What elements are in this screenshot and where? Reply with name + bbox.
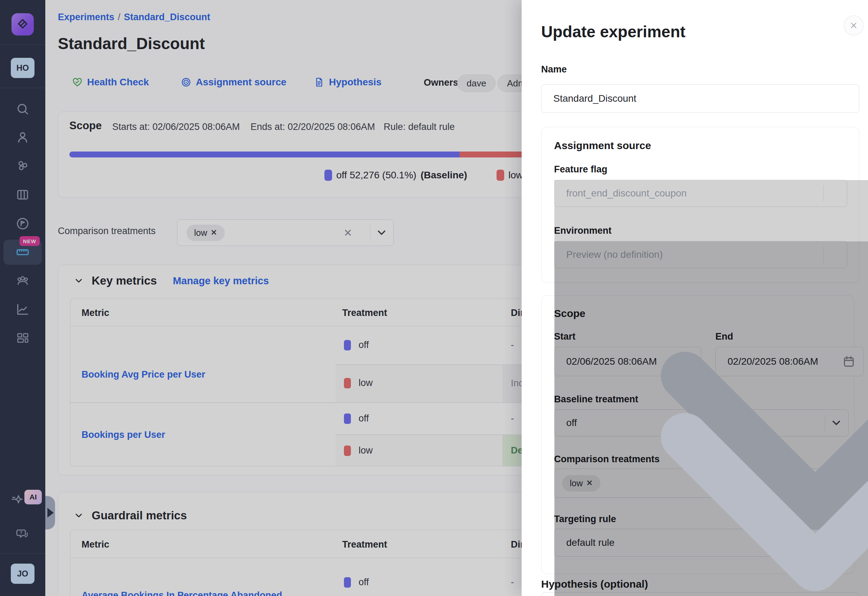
treatment-swatch-low (344, 446, 351, 456)
assignment-source-heading: Assignment source (554, 140, 651, 152)
name-input[interactable]: Standard_Discount (541, 84, 859, 113)
hypothesis-optional-label: Hypothesis (optional) (541, 578, 648, 590)
close-button[interactable] (844, 15, 864, 35)
legend-off-label: off 52,276 (50.1%) (336, 170, 416, 181)
feature-flag-icon[interactable] (15, 216, 30, 231)
breadcrumb-experiments[interactable]: Experiments (58, 12, 114, 22)
experiments-ruler-icon[interactable] (15, 245, 30, 260)
calendar-icon[interactable] (842, 355, 856, 369)
document-icon (314, 77, 325, 88)
chip-remove-icon[interactable]: ✕ (211, 228, 217, 237)
assignment-source-link[interactable]: Assignment source (180, 77, 286, 88)
treatment-chip-low[interactable]: low ✕ (562, 475, 600, 491)
treatment-swatch-off (344, 413, 351, 424)
chevron-down-icon[interactable] (375, 226, 388, 239)
collapse-chevron-icon[interactable] (74, 276, 84, 286)
metric-link-booking-avg-price[interactable]: Booking Avg Price per User (81, 369, 205, 380)
table-header: Metric Treatment Direction (70, 530, 558, 558)
manage-key-metrics-link[interactable]: Manage key metrics (173, 275, 269, 287)
comparison-treatments-select[interactable]: low ✕ ✕ (177, 220, 394, 246)
end-date-input[interactable]: 02/20/2025 08:06AM (715, 347, 864, 376)
chip-remove-icon[interactable]: ✕ (586, 479, 593, 488)
targeting-rule-select[interactable]: default rule (554, 529, 849, 557)
select-divider (824, 246, 824, 263)
treatment-row-off: off (344, 413, 369, 424)
health-heart-icon (72, 77, 83, 88)
treatment-row-off: off (344, 339, 369, 350)
treatment-chip-low[interactable]: low ✕ (186, 225, 225, 241)
metric-link-bookings-per-user[interactable]: Bookings per User (81, 429, 165, 440)
columns-icon[interactable] (15, 187, 30, 202)
environment-select[interactable]: Preview (no definition) (554, 241, 847, 268)
metric-link-guardrail[interactable]: Average Bookings In Percentage Abandoned (81, 590, 282, 596)
sidebar-divider (0, 88, 45, 88)
start-date-value: 02/06/2025 08:06AM (566, 356, 657, 367)
segments-hexagons-icon[interactable] (15, 159, 30, 174)
owners-label: Owners: (424, 77, 461, 88)
key-metrics-table: Metric Treatment Direction Inconclusive … (70, 298, 558, 466)
chevron-down-icon[interactable] (830, 417, 843, 429)
search-icon[interactable] (15, 102, 30, 117)
user-avatar[interactable]: JO (11, 564, 34, 584)
dashboards-grid-icon[interactable] (15, 331, 30, 345)
org-switcher[interactable]: HO (11, 58, 34, 78)
treatment-row-off: off (344, 577, 369, 588)
sidebar-divider (0, 553, 45, 553)
scope-card-title: Scope (69, 119, 102, 132)
close-icon (849, 21, 858, 30)
name-label: Name (541, 64, 567, 75)
app-logo[interactable] (12, 13, 34, 35)
health-check-link[interactable]: Health Check (72, 77, 149, 88)
chevron-down-icon[interactable] (830, 536, 843, 549)
metrics-chart-icon[interactable] (15, 302, 30, 317)
ai-badge[interactable]: AI (24, 490, 42, 505)
select-divider (825, 474, 825, 492)
guardrail-metrics-title: Guardrail metrics (92, 509, 187, 522)
help-chat-icon[interactable]: ? (15, 527, 30, 541)
select-divider (825, 534, 825, 551)
feature-flag-select[interactable]: front_end_discount_coupon (554, 180, 847, 207)
update-experiment-drawer: Update experiment Name Standard_Discount… (522, 0, 868, 596)
treatment-split-bar (69, 152, 592, 158)
end-label: End (715, 331, 733, 342)
target-icon (180, 77, 192, 88)
key-metrics-title: Key metrics (92, 274, 157, 288)
clear-selection-icon[interactable]: ✕ (344, 227, 352, 239)
baseline-treatment-select[interactable]: off (554, 409, 849, 437)
hypothesis-textarea[interactable] (541, 592, 859, 596)
assignment-source-label: Assignment source (196, 77, 286, 88)
scope-group: Scope Start End 02/06/2025 08:06AM 02/20… (541, 295, 855, 574)
legend-off-baseline: (Baseline) (421, 170, 467, 181)
col-treatment: Treatment (342, 539, 387, 550)
calendar-icon[interactable] (679, 355, 694, 369)
direction-value: - (511, 339, 514, 350)
legend-swatch-off (325, 170, 332, 181)
comparison-treatments-select[interactable]: low ✕ ✕ (554, 469, 849, 498)
users-icon[interactable] (15, 130, 30, 145)
collapse-chevron-icon[interactable] (74, 510, 84, 521)
breadcrumb-current[interactable]: Standard_Discount (124, 12, 211, 22)
scope-summary-card: Scope Starts at: 02/06/2025 08:06AM Ends… (58, 111, 601, 198)
scope-heading: Scope (554, 308, 585, 319)
table-header: Metric Treatment Direction (70, 298, 558, 326)
name-value: Standard_Discount (554, 93, 636, 104)
treatment-name: off (359, 339, 369, 350)
scope-ends-at: Ends at: 02/20/2025 08:06AM (251, 122, 375, 132)
sidebar-expand-handle[interactable] (45, 496, 55, 530)
end-date-value: 02/20/2025 08:06AM (728, 356, 818, 367)
ai-sparkle-icon[interactable] (11, 493, 26, 507)
audiences-group-icon[interactable] (15, 273, 30, 288)
legend-swatch-low (496, 170, 504, 181)
clear-selection-icon[interactable]: ✕ (798, 477, 807, 490)
select-divider (825, 415, 825, 431)
key-metrics-card: Key metrics Manage key metrics Metric Tr… (58, 265, 601, 475)
drawer-title: Update experiment (541, 22, 685, 41)
treatment-name: off (359, 413, 369, 424)
owner-pill-dave[interactable]: dave (457, 75, 496, 92)
start-date-input[interactable]: 02/06/2025 08:06AM (554, 347, 701, 376)
hypothesis-link[interactable]: Hypothesis (314, 77, 382, 88)
targeting-rule-label: Targeting rule (554, 514, 616, 525)
chip-label: low (570, 478, 583, 488)
chevron-down-icon[interactable] (830, 477, 843, 490)
statsig-logo-icon (16, 18, 30, 31)
